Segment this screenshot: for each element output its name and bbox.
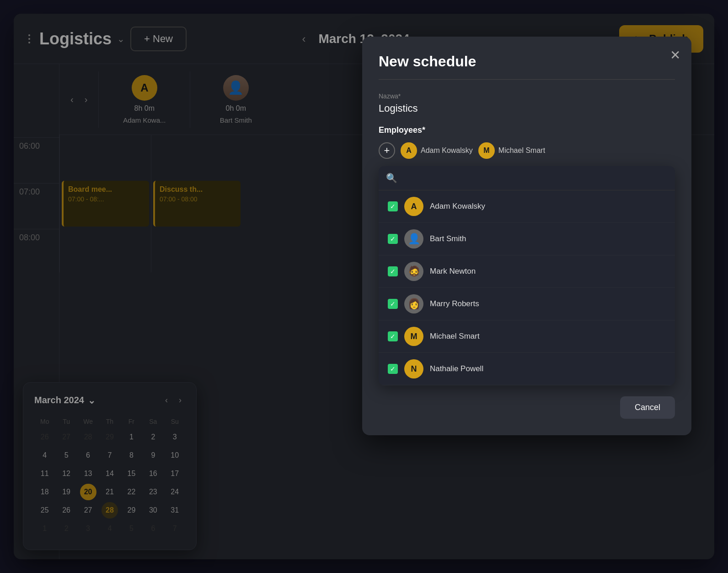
employees-selected-list: + A Adam Kowalsky M Michael Smart: [379, 142, 675, 159]
selected-name-adam: Adam Kowalsky: [421, 146, 473, 155]
drop-avatar-michael: M: [404, 327, 423, 346]
check-michael[interactable]: ✓: [388, 331, 398, 341]
selected-avatar-adam: A: [401, 142, 417, 159]
dropdown-item-adam[interactable]: ✓ A Adam Kowalsky: [379, 190, 675, 223]
drop-avatar-adam: A: [404, 197, 423, 216]
drop-name-bart: Bart Smith: [430, 234, 666, 243]
drop-avatar-nathalie: N: [404, 359, 423, 378]
name-field-group: Nazwa* Logistics: [379, 92, 675, 114]
dropdown-item-mark[interactable]: ✓ 🧔 Mark Newton: [379, 255, 675, 288]
check-mark[interactable]: ✓: [388, 266, 398, 276]
selected-employee-adam: A Adam Kowalsky: [401, 142, 473, 159]
drop-avatar-marry: 👩: [404, 294, 423, 314]
selected-name-michael: Michael Smart: [498, 146, 545, 155]
selected-avatar-michael: M: [478, 142, 495, 159]
check-bart[interactable]: ✓: [388, 234, 398, 244]
modal-divider: [379, 79, 675, 80]
check-adam[interactable]: ✓: [388, 201, 398, 211]
name-field-value: Logistics: [379, 103, 418, 114]
modal-overlay: New schedule ✕ Nazwa* Logistics Employee…: [0, 0, 728, 573]
name-field-label: Nazwa*: [379, 92, 675, 100]
drop-name-mark: Mark Newton: [430, 267, 666, 276]
search-input[interactable]: [402, 173, 668, 183]
check-marry[interactable]: ✓: [388, 299, 398, 309]
modal-close-button[interactable]: ✕: [670, 48, 680, 63]
drop-name-adam: Adam Kowalsky: [430, 202, 666, 211]
dropdown-item-michael[interactable]: ✓ M Michael Smart: [379, 320, 675, 353]
search-icon: 🔍: [386, 173, 397, 184]
drop-name-marry: Marry Roberts: [430, 299, 666, 308]
dropdown-item-marry[interactable]: ✓ 👩 Marry Roberts: [379, 288, 675, 320]
check-nathalie[interactable]: ✓: [388, 364, 398, 374]
drop-avatar-mark: 🧔: [404, 262, 423, 281]
dropdown-item-bart[interactable]: ✓ 👤 Bart Smith: [379, 223, 675, 255]
search-input-row: 🔍: [379, 166, 675, 190]
dropdown-item-nathalie[interactable]: ✓ N Nathalie Powell: [379, 353, 675, 385]
employee-dropdown: 🔍 ✓ A Adam Kowalsky ✓ 👤 Bart Smith: [379, 166, 675, 385]
drop-avatar-bart: 👤: [404, 229, 423, 249]
drop-name-nathalie: Nathalie Powell: [430, 364, 666, 373]
employees-section-label: Employees*: [379, 125, 675, 135]
selected-employee-michael: M Michael Smart: [478, 142, 545, 159]
drop-name-michael: Michael Smart: [430, 332, 666, 341]
modal-title: New schedule: [379, 53, 675, 70]
modal-footer: Cancel: [379, 396, 675, 419]
add-employee-button[interactable]: +: [379, 142, 395, 159]
new-schedule-modal: New schedule ✕ Nazwa* Logistics Employee…: [362, 37, 691, 435]
employees-field-group: Employees* + A Adam Kowalsky M Michael S…: [379, 125, 675, 385]
cancel-button[interactable]: Cancel: [620, 396, 675, 419]
